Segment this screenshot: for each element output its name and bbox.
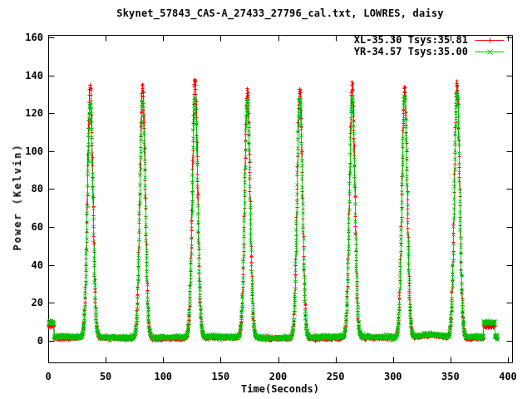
x-tick-label: 400 — [499, 371, 517, 382]
x-tick-label: 150 — [212, 371, 230, 382]
x-tick-label: 100 — [154, 371, 172, 382]
x-tick-label: 50 — [100, 371, 111, 382]
y-tick-label: 80 — [0, 183, 43, 195]
chart-title: Skynet_57843_CAS-A_27433_27796_cal.txt, … — [48, 7, 512, 19]
y-tick-label: 160 — [0, 32, 43, 43]
y-tick-label: 140 — [0, 70, 43, 81]
y-tick-label: 60 — [0, 221, 43, 233]
y-tick-label: 0 — [0, 335, 43, 347]
legend-entry-xl: XL-35.30 Tsys:35.81 — [354, 34, 468, 46]
y-tick-label: 100 — [0, 145, 43, 157]
plot-canvas — [0, 0, 532, 399]
y-tick-label: 120 — [0, 107, 43, 119]
gnuplot-chart-window: Skynet_57843_CAS-A_27433_27796_cal.txt, … — [0, 0, 532, 399]
y-tick-label: 40 — [0, 259, 43, 271]
x-axis-label: Time(Seconds) — [48, 383, 512, 395]
x-tick-label: 250 — [327, 371, 345, 382]
x-tick-label: 350 — [441, 371, 460, 382]
x-tick-label: 300 — [384, 371, 402, 382]
y-axis-label: Power (Kelvin) — [12, 143, 23, 250]
x-tick-label: 200 — [269, 371, 288, 382]
legend-entry-yr: YR-34.57 Tsys:35.00 — [354, 46, 468, 57]
y-tick-label: 20 — [0, 297, 43, 308]
x-tick-label: 0 — [45, 371, 51, 382]
